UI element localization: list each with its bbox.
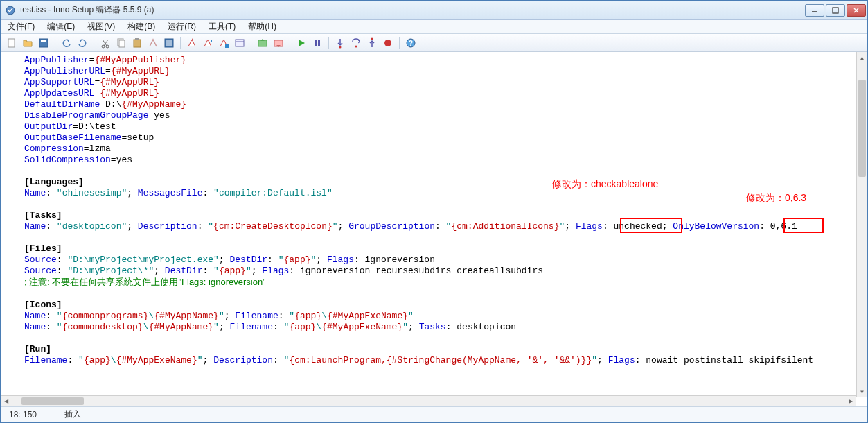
scroll-left-icon[interactable]: ◀ xyxy=(1,396,12,406)
undo-button[interactable] xyxy=(60,36,73,50)
svg-rect-22 xyxy=(225,44,229,48)
delete-button[interactable] xyxy=(146,36,160,50)
statusbar: 18: 150 插入 xyxy=(1,406,867,422)
svg-point-29 xyxy=(339,46,342,48)
paste-button[interactable] xyxy=(130,36,144,50)
step-over-button[interactable] xyxy=(349,36,363,50)
minimize-button[interactable] xyxy=(805,4,824,17)
svg-point-30 xyxy=(355,45,357,47)
redo-button[interactable] xyxy=(76,36,89,50)
svg-rect-23 xyxy=(236,40,244,46)
editor-area: AppPublisher={#MyAppPublisher} AppPublis… xyxy=(1,52,867,406)
options-button[interactable] xyxy=(233,36,247,50)
menu-build[interactable]: 构建(B) xyxy=(125,19,158,34)
menu-edit[interactable]: 编辑(E) xyxy=(44,19,78,34)
copy-button[interactable] xyxy=(114,36,128,50)
window-title: test.iss - Inno Setup 编译器 5.5.9 (a) xyxy=(20,4,154,16)
menu-view[interactable]: 视图(V) xyxy=(85,19,118,34)
insert-mode: 插入 xyxy=(64,408,81,420)
save-button[interactable] xyxy=(37,36,51,50)
svg-rect-2 xyxy=(833,8,838,13)
open-button[interactable] xyxy=(21,36,35,50)
menu-tools[interactable]: 工具(T) xyxy=(206,19,238,34)
svg-rect-7 xyxy=(41,40,46,42)
compile-button[interactable] xyxy=(185,36,199,50)
stop-compile-button[interactable] xyxy=(201,36,215,50)
compile-run-button[interactable] xyxy=(217,36,231,50)
close-button[interactable] xyxy=(847,4,866,17)
svg-point-11 xyxy=(106,45,109,48)
scroll-right-icon[interactable]: ▶ xyxy=(845,396,856,406)
step-into-button[interactable] xyxy=(333,36,347,50)
code-editor[interactable]: AppPublisher={#MyAppPublisher} AppPublis… xyxy=(1,52,867,397)
scroll-up-icon[interactable]: ▲ xyxy=(857,52,867,63)
svg-rect-5 xyxy=(8,39,15,47)
cut-button[interactable] xyxy=(98,36,112,50)
pause-button[interactable] xyxy=(310,36,324,50)
svg-rect-27 xyxy=(315,40,317,46)
separator xyxy=(251,37,251,49)
scroll-down-icon[interactable]: ▼ xyxy=(857,386,867,397)
uninstall-button[interactable] xyxy=(272,36,285,50)
help-button[interactable]: ? xyxy=(404,36,418,50)
menu-run[interactable]: 运行(R) xyxy=(165,19,199,34)
svg-rect-25 xyxy=(258,40,267,46)
menu-file[interactable]: 文件(F) xyxy=(5,19,37,34)
app-icon xyxy=(5,5,16,16)
svg-rect-14 xyxy=(134,40,141,47)
titlebar: test.iss - Inno Setup 编译器 5.5.9 (a) xyxy=(1,1,867,20)
svg-point-10 xyxy=(102,45,105,48)
scroll-thumb[interactable] xyxy=(858,80,866,177)
svg-rect-15 xyxy=(135,38,139,40)
svg-point-31 xyxy=(371,37,373,40)
cursor-position: 18: 150 xyxy=(9,410,37,420)
svg-rect-13 xyxy=(119,40,125,47)
toolbar: ? xyxy=(1,34,867,52)
step-out-button[interactable] xyxy=(365,36,379,50)
menu-help[interactable]: 帮助(H) xyxy=(245,19,279,34)
separator xyxy=(55,37,55,49)
breakpoint-button[interactable] xyxy=(381,36,395,50)
vertical-scrollbar[interactable]: ▲ ▼ xyxy=(856,52,867,397)
separator xyxy=(328,37,329,49)
select-all-button[interactable] xyxy=(162,36,176,50)
run-button[interactable] xyxy=(294,36,308,50)
scroll-thumb-h[interactable] xyxy=(21,397,84,405)
separator xyxy=(180,37,181,49)
separator xyxy=(94,37,94,49)
run-setup-button[interactable] xyxy=(256,36,269,50)
new-button[interactable] xyxy=(5,36,19,50)
menubar: 文件(F) 编辑(E) 视图(V) 构建(B) 运行(R) 工具(T) 帮助(H… xyxy=(1,20,867,34)
maximize-button[interactable] xyxy=(826,4,845,17)
svg-rect-28 xyxy=(318,40,320,46)
highlight-box-1 xyxy=(620,218,682,233)
highlight-box-2 xyxy=(783,218,824,233)
separator xyxy=(399,37,400,49)
svg-point-32 xyxy=(384,40,391,46)
annotation-2: 修改为：0,6.3 xyxy=(746,192,806,205)
separator xyxy=(290,37,290,49)
horizontal-scrollbar[interactable]: ◀ ▶ xyxy=(1,395,856,406)
svg-text:?: ? xyxy=(409,40,413,47)
annotation-1: 修改为：checkablealone xyxy=(552,178,658,191)
